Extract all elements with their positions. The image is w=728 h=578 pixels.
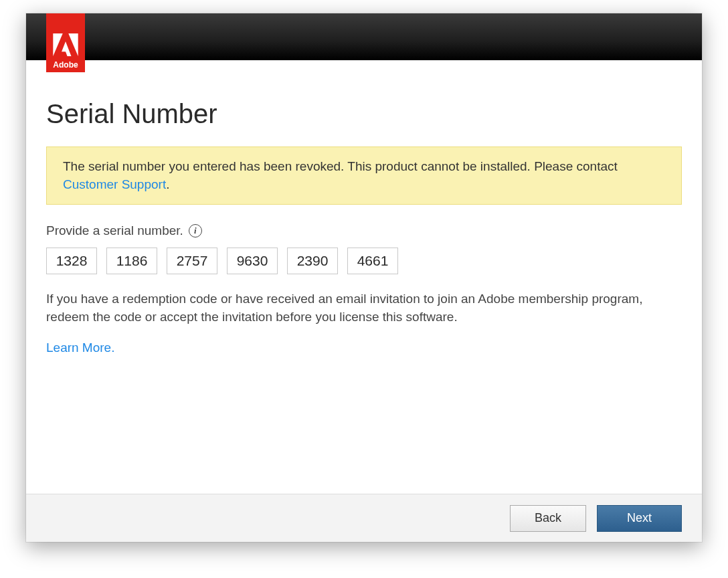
serial-field-4[interactable]: [227, 248, 278, 274]
adobe-logo-text: Adobe: [53, 60, 78, 70]
serial-field-5[interactable]: [287, 248, 338, 274]
page-title: Serial Number: [46, 99, 682, 129]
info-icon[interactable]: i: [189, 224, 202, 237]
serial-field-2[interactable]: [106, 248, 157, 274]
adobe-logo-icon: [53, 33, 78, 56]
adobe-logo: Adobe: [46, 13, 85, 72]
serial-input-group: [46, 248, 682, 274]
warning-text-suffix: .: [166, 177, 169, 191]
installer-window: Adobe Serial Number The serial number yo…: [26, 13, 702, 542]
footer-bar: Back Next: [26, 494, 702, 542]
customer-support-link[interactable]: Customer Support: [63, 177, 166, 191]
serial-field-6[interactable]: [347, 248, 398, 274]
warning-banner: The serial number you entered has been r…: [46, 147, 682, 205]
serial-field-3[interactable]: [167, 248, 217, 274]
redemption-help-text: If you have a redemption code or have re…: [46, 290, 682, 326]
learn-more-link[interactable]: Learn More.: [46, 341, 682, 355]
content-area: Serial Number The serial number you ente…: [26, 60, 702, 494]
serial-field-1[interactable]: [46, 248, 97, 274]
next-button[interactable]: Next: [597, 505, 682, 532]
serial-label-row: Provide a serial number. i: [46, 223, 682, 238]
title-bar: Adobe: [26, 13, 702, 60]
warning-text-prefix: The serial number you entered has been r…: [63, 159, 618, 173]
back-button[interactable]: Back: [510, 505, 586, 532]
serial-label: Provide a serial number.: [46, 223, 183, 238]
